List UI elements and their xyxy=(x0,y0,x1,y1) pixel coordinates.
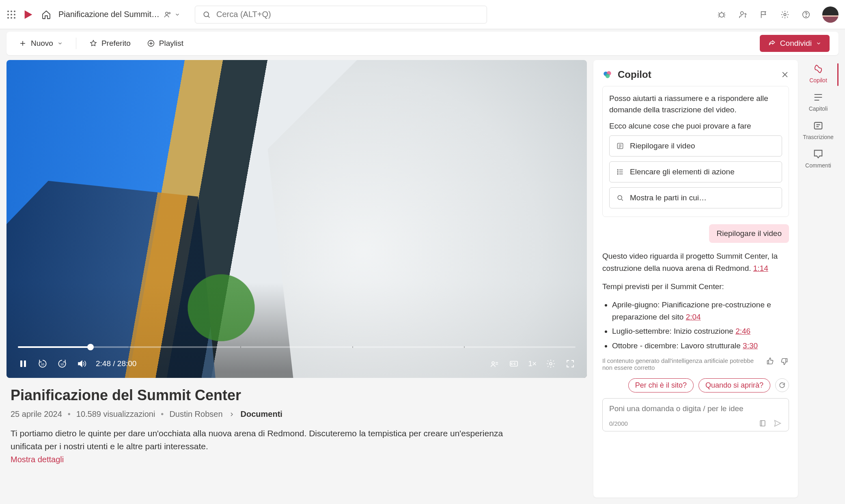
bug-icon[interactable] xyxy=(717,10,726,19)
copilot-title: Copilot xyxy=(618,69,776,80)
chapters-icon xyxy=(813,92,824,103)
search-icon xyxy=(616,194,624,202)
transcript-button[interactable] xyxy=(489,358,500,369)
rewind-10-button[interactable]: 10 xyxy=(37,358,48,369)
chevron-down-icon xyxy=(816,41,821,46)
list-icon xyxy=(616,168,624,176)
video-description: Ti portiamo dietro le quinte per dare un… xyxy=(11,427,518,453)
timestamp-link[interactable]: 3:30 xyxy=(743,341,758,350)
fullscreen-button[interactable] xyxy=(565,358,576,369)
progress-knob[interactable] xyxy=(87,344,94,350)
followup-chip-2[interactable]: Quando si aprirà? xyxy=(698,378,770,392)
svg-point-12 xyxy=(720,13,724,17)
copilot-logo-icon xyxy=(602,69,613,80)
new-button[interactable]: Nuovo xyxy=(15,36,66,50)
playlist-button[interactable]: Playlist xyxy=(144,36,187,50)
timestamp-link[interactable]: 1:14 xyxy=(753,264,768,272)
copilot-icon xyxy=(813,63,824,75)
comments-icon xyxy=(813,148,824,160)
timestamp-link[interactable]: 2:04 xyxy=(686,313,701,321)
video-player[interactable]: 10 10 2:48 / 28:00 1× xyxy=(6,60,587,378)
favorite-label: Preferito xyxy=(101,39,131,48)
svg-point-28 xyxy=(606,74,610,78)
search-input[interactable] xyxy=(216,10,479,19)
video-thumbnail-art xyxy=(268,60,587,378)
svg-point-31 xyxy=(617,172,618,172)
svg-text:10: 10 xyxy=(60,362,64,366)
pause-button[interactable] xyxy=(18,358,28,369)
suggest-action-items[interactable]: Elencare gli elementi di azione xyxy=(609,161,782,182)
close-copilot-button[interactable] xyxy=(781,71,789,79)
char-counter: 0/2000 xyxy=(609,420,628,427)
document-title: Pianificazione del Summit Center - S… xyxy=(58,10,161,19)
copilot-try-heading: Ecco alcune cose che puoi provare a fare xyxy=(609,122,782,131)
ai-disclaimer: Il contenuto generato dall'intelligenza … xyxy=(602,357,761,371)
refresh-suggestions-button[interactable] xyxy=(775,378,789,392)
svg-point-30 xyxy=(617,169,618,170)
svg-rect-19 xyxy=(20,360,22,367)
svg-point-10 xyxy=(169,12,170,14)
timestamp-link[interactable]: 2:46 xyxy=(735,327,750,335)
help-icon[interactable] xyxy=(801,10,811,19)
video-progress-bar[interactable] xyxy=(18,346,576,348)
rail-copilot[interactable]: Copilot xyxy=(809,63,827,84)
video-date: 25 aprile 2024 xyxy=(11,410,62,419)
send-button[interactable] xyxy=(773,419,782,428)
favorite-button[interactable]: Preferito xyxy=(86,36,134,50)
svg-point-17 xyxy=(806,16,806,16)
playlist-label: Playlist xyxy=(159,39,183,48)
search-box[interactable] xyxy=(195,6,487,24)
svg-point-0 xyxy=(7,11,9,12)
svg-point-9 xyxy=(166,12,168,15)
svg-rect-34 xyxy=(760,420,765,426)
user-avatar[interactable] xyxy=(822,6,839,23)
app-launcher[interactable] xyxy=(6,10,16,19)
rail-comments[interactable]: Commenti xyxy=(805,148,831,169)
video-time: 2:48 / 28:00 xyxy=(96,359,136,368)
captions-button[interactable] xyxy=(509,358,519,369)
share-button[interactable]: Condividi xyxy=(760,35,830,52)
chevron-right-icon xyxy=(228,411,235,418)
search-icon xyxy=(203,11,211,19)
show-details-link[interactable]: Mostra dettagli xyxy=(11,455,583,464)
suggest-show-parts[interactable]: Mostra le parti in cui… xyxy=(609,187,782,208)
thumbs-up-button[interactable] xyxy=(766,357,775,366)
video-owner[interactable]: Dustin Robsen xyxy=(169,410,222,419)
settings-icon[interactable] xyxy=(780,10,790,19)
svg-point-2 xyxy=(14,11,15,12)
volume-button[interactable] xyxy=(76,358,87,369)
svg-point-33 xyxy=(618,195,622,199)
reply-item: Aprile-giugno: Pianificazione pre-costru… xyxy=(612,299,789,323)
suggest-summarize[interactable]: Riepilogare il video xyxy=(609,135,782,157)
flag-icon[interactable] xyxy=(759,10,769,19)
rail-chapters[interactable]: Capitoli xyxy=(809,92,828,112)
book-icon[interactable] xyxy=(759,419,767,427)
thumbs-down-button[interactable] xyxy=(780,357,789,366)
svg-point-15 xyxy=(784,13,786,16)
copilot-input[interactable]: 0/2000 xyxy=(602,398,789,431)
followup-chip-1[interactable]: Per chi è il sito? xyxy=(628,378,694,392)
svg-point-8 xyxy=(14,17,15,19)
breadcrumb-target[interactable]: Documenti xyxy=(241,410,282,419)
chevron-down-icon[interactable] xyxy=(175,12,180,17)
video-settings-button[interactable] xyxy=(545,358,556,369)
user-message: Riepilogare il video xyxy=(709,224,789,243)
video-thumbnail-art xyxy=(181,271,262,352)
copilot-text-input[interactable] xyxy=(609,404,782,413)
svg-point-1 xyxy=(11,11,12,12)
separator xyxy=(76,38,76,49)
forward-10-button[interactable]: 10 xyxy=(57,358,67,369)
svg-point-7 xyxy=(11,17,12,19)
rail-transcript[interactable]: Trascrizione xyxy=(803,120,834,140)
playback-rate[interactable]: 1× xyxy=(528,360,537,368)
svg-point-5 xyxy=(14,14,15,15)
person-question-icon[interactable] xyxy=(738,10,748,19)
new-label: Nuovo xyxy=(31,39,53,48)
share-icon xyxy=(768,39,776,47)
svg-point-4 xyxy=(11,14,12,15)
chevron-down-icon xyxy=(57,41,63,46)
progress-fill xyxy=(18,346,91,348)
reply-item: Ottobre - dicembre: Lavoro strutturale 3… xyxy=(612,340,789,352)
svg-point-13 xyxy=(741,11,744,14)
home-button[interactable] xyxy=(41,9,52,20)
